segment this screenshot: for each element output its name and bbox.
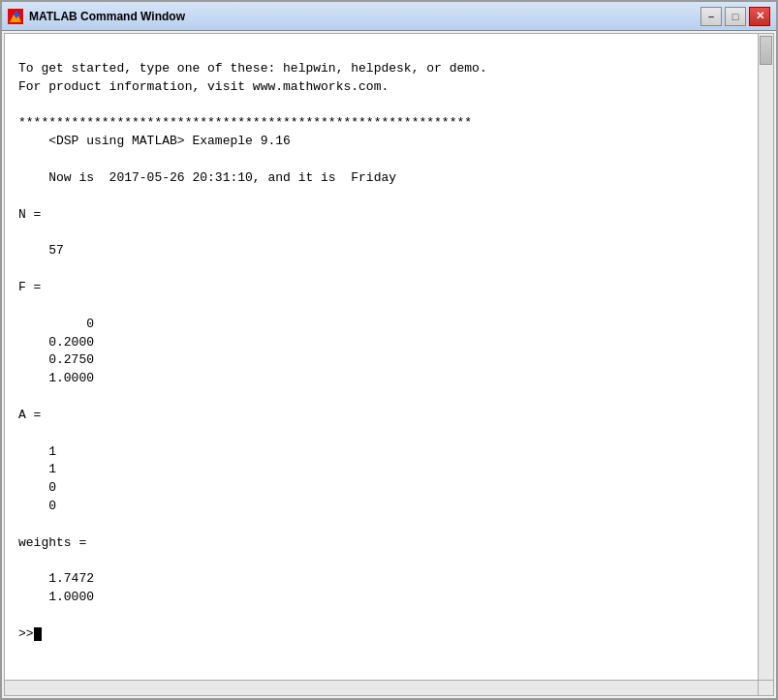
matlab-icon bbox=[8, 9, 23, 24]
maximize-button[interactable]: □ bbox=[725, 7, 746, 26]
command-window-content[interactable]: To get started, type one of these: helpw… bbox=[4, 33, 774, 696]
scrollbar-corner bbox=[758, 680, 773, 695]
a-label: A = bbox=[18, 408, 41, 422]
n-value: 57 bbox=[18, 243, 64, 258]
intro-line1: To get started, type one of these: helpw… bbox=[18, 61, 487, 76]
prompt-symbol: >> bbox=[18, 626, 34, 641]
cursor bbox=[34, 627, 42, 641]
window-title: MATLAB Command Window bbox=[29, 10, 700, 23]
separator: ****************************************… bbox=[18, 115, 472, 130]
prompt-line: >> bbox=[18, 626, 42, 641]
horizontal-scrollbar[interactable] bbox=[5, 680, 758, 695]
vertical-scrollbar[interactable] bbox=[758, 34, 773, 680]
minimize-button[interactable]: – bbox=[700, 7, 722, 26]
title-bar: MATLAB Command Window – □ ✕ bbox=[2, 2, 776, 31]
f-label: F = bbox=[18, 280, 41, 294]
close-button[interactable]: ✕ bbox=[749, 7, 770, 26]
datetime-line: Now is 2017-05-26 20:31:10, and it is Fr… bbox=[18, 170, 396, 185]
window-controls: – □ ✕ bbox=[700, 7, 770, 26]
weights-values: 1.7472 1.0000 bbox=[18, 571, 94, 604]
dsp-header: <DSP using MATLAB> Exameple 9.16 bbox=[18, 134, 291, 148]
n-label: N = bbox=[18, 207, 41, 222]
f-values: 0 0.2000 0.2750 1.0000 bbox=[18, 317, 94, 386]
scroll-thumb-y[interactable] bbox=[760, 36, 772, 65]
terminal-output: To get started, type one of these: helpw… bbox=[5, 34, 756, 670]
matlab-window: MATLAB Command Window – □ ✕ To get start… bbox=[0, 0, 778, 700]
intro-line2: For product information, visit www.mathw… bbox=[18, 79, 389, 94]
a-values: 1 1 0 0 bbox=[18, 444, 56, 514]
weights-label: weights = bbox=[18, 535, 86, 550]
